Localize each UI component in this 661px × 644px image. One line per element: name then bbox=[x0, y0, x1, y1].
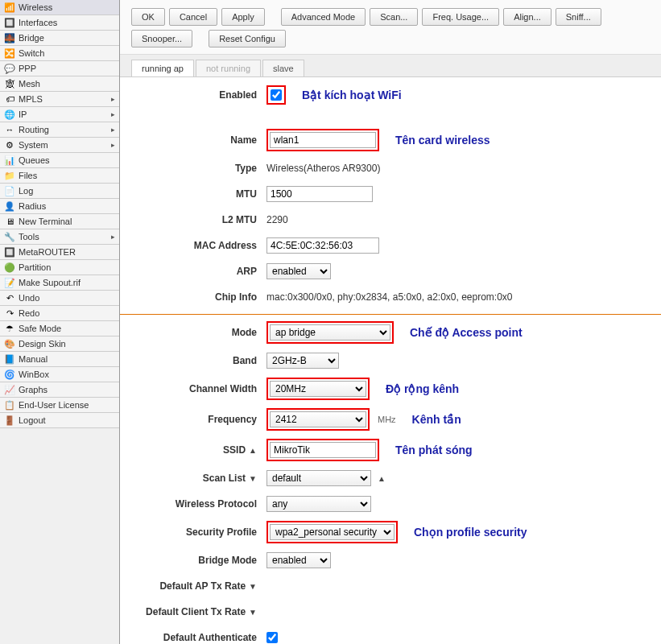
band-select[interactable]: 2GHz-B bbox=[266, 353, 339, 369]
mtu-input[interactable] bbox=[266, 186, 373, 202]
sidebar-item-label: Bridge bbox=[19, 33, 44, 43]
sidebar-item-label: WinBox bbox=[19, 369, 49, 379]
sidebar-item-winbox[interactable]: 🌀WinBox bbox=[0, 367, 119, 382]
chevron-right-icon: ▸ bbox=[111, 141, 115, 149]
sidebar-item-end-user-license[interactable]: 📋End-User License bbox=[0, 398, 119, 413]
routing-icon: ↔ bbox=[4, 124, 15, 135]
frequency-label: Frequency bbox=[136, 414, 266, 425]
frequency-note: Kênh tần bbox=[412, 413, 461, 426]
caret-up-icon[interactable]: ▲ bbox=[249, 446, 257, 455]
sidebar-item-make-supout-rif[interactable]: 📝Make Supout.rif bbox=[0, 275, 119, 291]
sidebar-item-label: Wireless bbox=[19, 2, 52, 12]
sidebar-item-radius[interactable]: 👤Radius bbox=[0, 199, 119, 214]
default-authenticate-checkbox[interactable] bbox=[266, 632, 278, 643]
ssid-input[interactable] bbox=[270, 442, 376, 458]
new-terminal-icon: 🖥 bbox=[4, 216, 15, 227]
wireless-protocol-label: Wireless Protocol bbox=[136, 498, 266, 510]
freq-usage-button[interactable]: Freq. Usage... bbox=[422, 8, 499, 26]
chip-value: mac:0x300/0x0, phy:0x2834, a5:0x0, a2:0x… bbox=[266, 291, 513, 303]
default-authenticate-label: Default Authenticate bbox=[136, 632, 266, 643]
sidebar-item-label: Interfaces bbox=[19, 18, 57, 27]
files-icon: 📁 bbox=[4, 170, 15, 181]
reset-config-button[interactable]: Reset Configu bbox=[209, 30, 286, 47]
caret-up-icon[interactable]: ▲ bbox=[378, 474, 386, 483]
sidebar-item-files[interactable]: 📁Files bbox=[0, 168, 119, 184]
sidebar-item-safe-mode[interactable]: ☂Safe Mode bbox=[0, 321, 119, 336]
caret-down-icon[interactable]: ▼ bbox=[249, 608, 257, 617]
enabled-checkbox[interactable] bbox=[271, 89, 282, 101]
sidebar-item-mesh[interactable]: 🕸Mesh bbox=[0, 76, 119, 92]
sidebar-item-queues[interactable]: 📊Queues bbox=[0, 153, 119, 168]
sidebar-item-bridge[interactable]: 🌉Bridge bbox=[0, 31, 119, 46]
name-label: Name bbox=[136, 134, 266, 146]
make-supout-rif-icon: 📝 bbox=[4, 277, 15, 288]
scan-list-select[interactable]: default bbox=[266, 470, 371, 486]
frequency-select[interactable]: 2412 bbox=[270, 411, 366, 427]
sidebar-item-wireless[interactable]: 📶Wireless bbox=[0, 0, 119, 15]
ssid-note: Tên phát sóng bbox=[395, 444, 473, 456]
sidebar-item-routing[interactable]: ↔Routing▸ bbox=[0, 122, 119, 138]
manual-icon: 📘 bbox=[4, 353, 15, 365]
sidebar-item-logout[interactable]: 🚪Logout bbox=[0, 413, 119, 428]
sidebar-item-log[interactable]: 📄Log bbox=[0, 184, 119, 199]
channel-width-select[interactable]: 20MHz bbox=[270, 381, 366, 397]
cancel-button[interactable]: Cancel bbox=[169, 8, 217, 26]
form: Enabled Bật kích hoạt WiFi Name Tên card… bbox=[120, 77, 661, 644]
sidebar-item-manual[interactable]: 📘Manual bbox=[0, 352, 119, 367]
tab-slave[interactable]: slave bbox=[262, 60, 304, 76]
align-button[interactable]: Align... bbox=[503, 8, 552, 26]
security-profile-select[interactable]: wpa2_personal security bbox=[270, 524, 395, 540]
sidebar-item-label: Partition bbox=[19, 262, 51, 272]
arp-select[interactable]: enabled bbox=[266, 263, 331, 279]
sidebar-item-ppp[interactable]: 💬PPP bbox=[0, 61, 119, 76]
tab-not-running[interactable]: not running bbox=[196, 60, 261, 76]
name-note: Tên card wireless bbox=[395, 134, 490, 147]
sidebar-item-redo[interactable]: ↷Redo bbox=[0, 306, 119, 321]
switch-icon: 🔀 bbox=[4, 47, 15, 59]
partition-icon: 🟢 bbox=[4, 262, 15, 273]
bridge-mode-select[interactable]: enabled bbox=[266, 552, 331, 568]
sidebar-item-partition[interactable]: 🟢Partition bbox=[0, 260, 119, 275]
sidebar-item-new-terminal[interactable]: 🖥New Terminal bbox=[0, 214, 119, 229]
wireless-protocol-select[interactable]: any bbox=[266, 496, 371, 512]
system-icon: ⚙ bbox=[4, 139, 15, 151]
name-input[interactable] bbox=[270, 132, 376, 148]
sidebar-item-metarouter[interactable]: 🔲MetaROUTER bbox=[0, 245, 119, 260]
sidebar-item-interfaces[interactable]: 🔲Interfaces bbox=[0, 15, 119, 31]
sidebar-item-graphs[interactable]: 📈Graphs bbox=[0, 382, 119, 398]
end-user-license-icon: 📋 bbox=[4, 399, 15, 411]
sniff-button[interactable]: Sniff... bbox=[556, 8, 601, 26]
sidebar-item-mpls[interactable]: 🏷MPLS▸ bbox=[0, 92, 119, 107]
ppp-icon: 💬 bbox=[4, 63, 15, 74]
mac-input[interactable] bbox=[266, 237, 379, 254]
sidebar-item-ip[interactable]: 🌐IP▸ bbox=[0, 107, 119, 122]
apply-button[interactable]: Apply bbox=[221, 8, 265, 26]
frequency-unit: MHz bbox=[378, 415, 396, 424]
sidebar-item-label: IP bbox=[19, 109, 27, 119]
mtu-label: MTU bbox=[136, 188, 266, 200]
scan-button[interactable]: Scan... bbox=[370, 8, 418, 26]
queues-icon: 📊 bbox=[4, 155, 15, 166]
type-value: Wireless(Atheros AR9300) bbox=[266, 163, 380, 174]
ip-icon: 🌐 bbox=[4, 109, 15, 120]
chevron-right-icon: ▸ bbox=[111, 126, 115, 134]
sidebar-item-label: End-User License bbox=[19, 400, 89, 410]
metarouter-icon: 🔲 bbox=[4, 246, 15, 258]
sidebar-item-design-skin[interactable]: 🎨Design Skin bbox=[0, 336, 119, 352]
sidebar-item-tools[interactable]: 🔧Tools▸ bbox=[0, 229, 119, 245]
sidebar-item-label: Manual bbox=[19, 354, 48, 364]
caret-down-icon[interactable]: ▼ bbox=[249, 582, 257, 591]
mode-select[interactable]: ap bridge bbox=[270, 324, 390, 341]
sidebar-item-switch[interactable]: 🔀Switch bbox=[0, 46, 119, 61]
sidebar-item-label: Undo bbox=[19, 293, 39, 303]
tab-running-ap[interactable]: running ap bbox=[131, 60, 194, 76]
ok-button[interactable]: OK bbox=[131, 8, 165, 26]
sidebar-item-undo[interactable]: ↶Undo bbox=[0, 291, 119, 306]
caret-down-icon[interactable]: ▼ bbox=[249, 474, 257, 483]
sidebar-item-system[interactable]: ⚙System▸ bbox=[0, 138, 119, 153]
sidebar-item-label: Logout bbox=[19, 415, 46, 425]
snooper-button[interactable]: Snooper... bbox=[131, 30, 192, 47]
chevron-right-icon: ▸ bbox=[111, 233, 115, 241]
advanced-mode-button[interactable]: Advanced Mode bbox=[281, 8, 366, 26]
sidebar-item-label: Tools bbox=[19, 232, 39, 242]
